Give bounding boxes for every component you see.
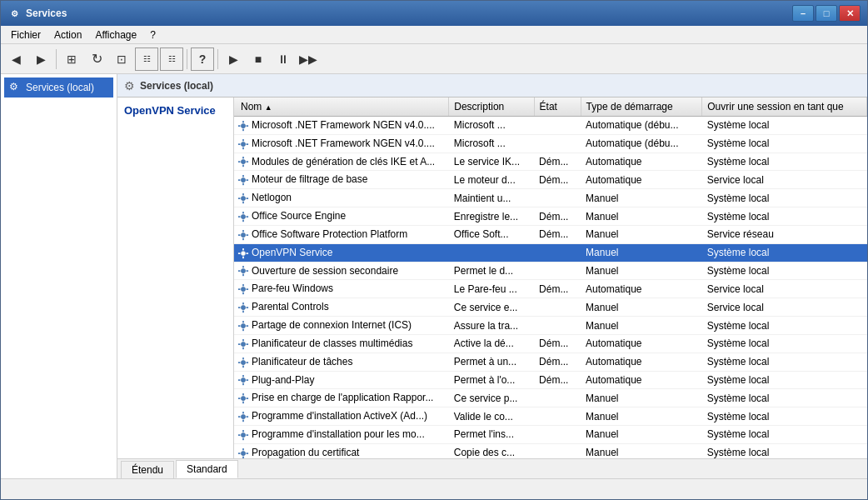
forward-button[interactable]: ▶: [29, 48, 52, 71]
svg-point-15: [241, 178, 245, 182]
svg-rect-54: [247, 307, 249, 308]
table-row[interactable]: Plug-and-PlayPermet à l'o...Dém...Automa…: [234, 371, 867, 389]
refresh-button[interactable]: ↻: [85, 48, 108, 71]
svg-rect-32: [242, 238, 244, 240]
cell-session: Système local: [702, 117, 867, 135]
table-row[interactable]: Microsoft .NET Framework NGEN v4.0....Mi…: [234, 117, 867, 135]
map-button[interactable]: ☷: [160, 48, 183, 71]
svg-rect-63: [238, 343, 241, 345]
cell-nom: Modules de génération de clés IKE et A..…: [234, 152, 449, 171]
table-row[interactable]: Parental ControlsCe service e...ManuelSe…: [234, 298, 867, 317]
table-row[interactable]: Office Software Protection PlatformOffic…: [234, 225, 867, 243]
cell-desc: Permet le d...: [449, 262, 534, 280]
menu-fichier[interactable]: Fichier: [4, 28, 47, 42]
tab-standard[interactable]: Standard: [176, 460, 238, 478]
table-row[interactable]: Moteur de filtrage de baseLe moteur d...…: [234, 171, 867, 189]
table-row[interactable]: Prise en charge de l'application Rappor.…: [234, 389, 867, 408]
services-table-container[interactable]: Nom ▲ Description État Type de démarrage…: [234, 98, 867, 458]
sidebar-item-services-local[interactable]: ⚙ Services (local): [4, 78, 113, 98]
close-button[interactable]: ✕: [839, 5, 861, 22]
svg-point-55: [241, 323, 245, 328]
svg-rect-77: [242, 402, 244, 404]
svg-rect-71: [242, 375, 244, 378]
table-row[interactable]: Microsoft .NET Framework NGEN v4.0....Mi…: [234, 134, 867, 152]
stop-button[interactable]: ■: [247, 48, 270, 71]
svg-rect-31: [242, 230, 244, 232]
table-row[interactable]: Programme d'installation ActiveX (Ad...)…: [234, 408, 867, 426]
minimize-button[interactable]: –: [792, 5, 814, 22]
pause-button[interactable]: ⏸: [272, 48, 295, 71]
table-row[interactable]: Programme d'installation pour les mo...P…: [234, 426, 867, 444]
cell-etat: Dém...: [534, 280, 581, 298]
cell-nom: Propagation du certificat: [234, 443, 449, 458]
cell-nom: Pare-feu Windows: [234, 280, 449, 298]
svg-rect-48: [238, 288, 241, 290]
service-icon: [237, 138, 249, 150]
show-hide-button[interactable]: ⊞: [60, 48, 83, 71]
cell-type: Manuel: [581, 243, 702, 262]
svg-rect-94: [247, 452, 249, 454]
service-icon: [237, 429, 249, 441]
table-row[interactable]: Planificateur de tâchesPermet à un...Dém…: [234, 352, 867, 371]
cell-session: Système local: [702, 317, 867, 335]
table-row[interactable]: OpenVPN ServiceManuelSystème local: [234, 243, 867, 262]
cell-desc: Maintient u...: [449, 189, 534, 208]
col-header-nom[interactable]: Nom ▲: [234, 98, 449, 117]
cell-etat: [534, 134, 581, 152]
table-row[interactable]: Ouverture de session secondairePermet le…: [234, 262, 867, 280]
service-icon: [237, 374, 249, 386]
cell-session: Service local: [702, 280, 867, 298]
svg-rect-12: [242, 165, 244, 168]
svg-rect-64: [247, 343, 249, 345]
col-header-desc[interactable]: Description: [449, 98, 534, 117]
svg-rect-33: [238, 234, 241, 236]
cell-nom: Programme d'installation ActiveX (Ad...): [234, 408, 449, 426]
svg-rect-27: [242, 219, 244, 222]
table-row[interactable]: Planificateur de classes multimédiasActi…: [234, 334, 867, 352]
svg-rect-42: [242, 274, 244, 277]
tab-etendu[interactable]: Étendu: [121, 461, 174, 478]
table-row[interactable]: NetlogonMaintient u...ManuelSystème loca…: [234, 189, 867, 208]
help-button[interactable]: ?: [191, 48, 214, 71]
filter-button[interactable]: ☷: [135, 48, 158, 71]
table-row[interactable]: Pare-feu WindowsLe Pare-feu ...Dém...Aut…: [234, 280, 867, 298]
col-header-session[interactable]: Ouvrir une session en tant que: [702, 98, 867, 117]
svg-rect-37: [242, 256, 244, 258]
table-row[interactable]: Office Source EngineEnregistre le...Dém.…: [234, 208, 867, 226]
col-header-type[interactable]: Type de démarrage: [581, 98, 702, 117]
cell-nom: Office Software Protection Platform: [234, 225, 449, 243]
svg-rect-72: [242, 383, 244, 386]
restart-button[interactable]: ▶▶: [297, 48, 320, 71]
back-button[interactable]: ◀: [4, 48, 27, 71]
cell-type: Manuel: [581, 426, 702, 444]
menu-action[interactable]: Action: [47, 28, 88, 42]
play-button[interactable]: ▶: [222, 48, 245, 71]
svg-rect-67: [242, 365, 244, 368]
maximize-button[interactable]: □: [816, 5, 837, 22]
svg-rect-51: [242, 302, 244, 305]
menu-affichage[interactable]: Affichage: [88, 28, 143, 42]
cell-nom: Microsoft .NET Framework NGEN v4.0....: [234, 117, 449, 135]
cell-etat: Dém...: [534, 334, 581, 352]
table-row[interactable]: Partage de connexion Internet (ICS)Assur…: [234, 317, 867, 335]
svg-rect-6: [242, 139, 244, 142]
service-icon: [237, 192, 249, 204]
table-row[interactable]: Modules de génération de clés IKE et A..…: [234, 152, 867, 171]
col-header-etat[interactable]: État: [534, 98, 581, 117]
table-row[interactable]: Propagation du certificatCopie des c...M…: [234, 443, 867, 458]
svg-point-50: [241, 305, 245, 309]
svg-rect-1: [242, 121, 244, 123]
cell-etat: Dém...: [534, 152, 581, 171]
svg-rect-78: [238, 398, 241, 399]
cell-desc: Assure la tra...: [449, 317, 534, 335]
svg-point-85: [241, 432, 245, 437]
toolbar: ◀ ▶ ⊞ ↻ ⊡ ☷ ☷ ? ▶ ■ ⏸ ▶▶: [1, 44, 867, 74]
cell-type: Manuel: [581, 189, 702, 208]
cell-desc: Ce service p...: [449, 389, 534, 408]
menu-help[interactable]: ?: [143, 28, 162, 42]
export-button[interactable]: ⊡: [110, 48, 133, 71]
window-controls: – □ ✕: [792, 5, 861, 22]
svg-rect-9: [247, 143, 249, 145]
service-icon: [237, 411, 249, 422]
service-icon: [237, 357, 249, 368]
